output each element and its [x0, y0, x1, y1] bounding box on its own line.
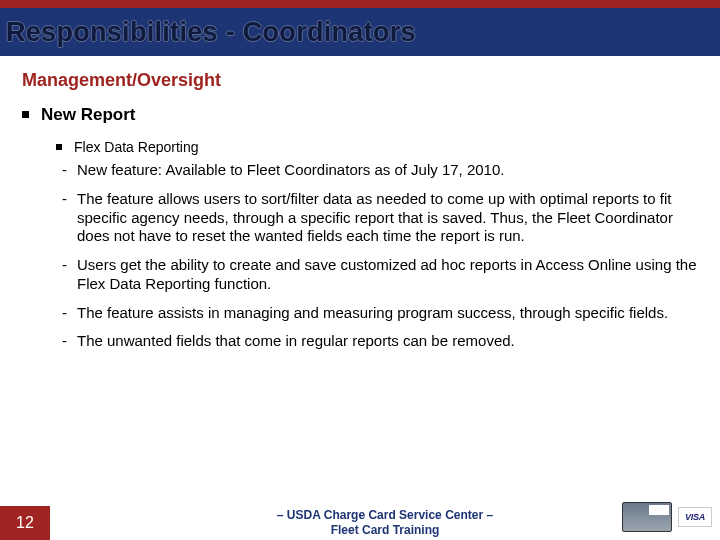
square-bullet-icon [56, 144, 62, 150]
list-item: - The feature assists in managing and me… [62, 304, 698, 323]
dash-icon: - [62, 332, 67, 351]
slide-title: Responsibilities - Coordinators [6, 17, 416, 48]
bullet-l3-text: New feature: Available to Fleet Coordina… [77, 161, 504, 180]
bullet-l3-text: Users get the ability to create and save… [77, 256, 698, 294]
section-heading: Management/Oversight [22, 70, 698, 91]
visa-logo-icon: VISA [678, 507, 712, 527]
top-accent-bar [0, 0, 720, 8]
list-item: - New feature: Available to Fleet Coordi… [62, 161, 698, 180]
dash-icon: - [62, 256, 67, 275]
dash-icon: - [62, 190, 67, 209]
list-item: - The feature allows users to sort/filte… [62, 190, 698, 246]
bullet-l3-text: The feature allows users to sort/filter … [77, 190, 698, 246]
bullet-l1-text: New Report [41, 105, 135, 125]
square-bullet-icon [22, 111, 29, 118]
bullet-l2-text: Flex Data Reporting [74, 139, 199, 155]
content-area: Management/Oversight New Report Flex Dat… [0, 56, 720, 351]
bullet-l3-text: The unwanted fields that come in regular… [77, 332, 515, 351]
card-logo-icon [622, 502, 672, 532]
bullet-level-2: Flex Data Reporting [56, 139, 698, 155]
page-number: 12 [0, 506, 50, 540]
dash-icon: - [62, 304, 67, 323]
bullet-level-3-list: - New feature: Available to Fleet Coordi… [62, 161, 698, 351]
footer: 12 – USDA Charge Card Service Center – F… [0, 506, 720, 540]
slide: Responsibilities - Coordinators Manageme… [0, 0, 720, 540]
list-item: - The unwanted fields that come in regul… [62, 332, 698, 351]
footer-line-2: Fleet Card Training [50, 523, 720, 538]
bullet-l3-text: The feature assists in managing and meas… [77, 304, 668, 323]
title-bar: Responsibilities - Coordinators [0, 8, 720, 56]
footer-logos: VISA [622, 502, 712, 532]
list-item: - Users get the ability to create and sa… [62, 256, 698, 294]
dash-icon: - [62, 161, 67, 180]
footer-text: – USDA Charge Card Service Center – Flee… [50, 508, 720, 538]
footer-line-1: – USDA Charge Card Service Center – [50, 508, 720, 523]
bullet-level-1: New Report [22, 105, 698, 139]
